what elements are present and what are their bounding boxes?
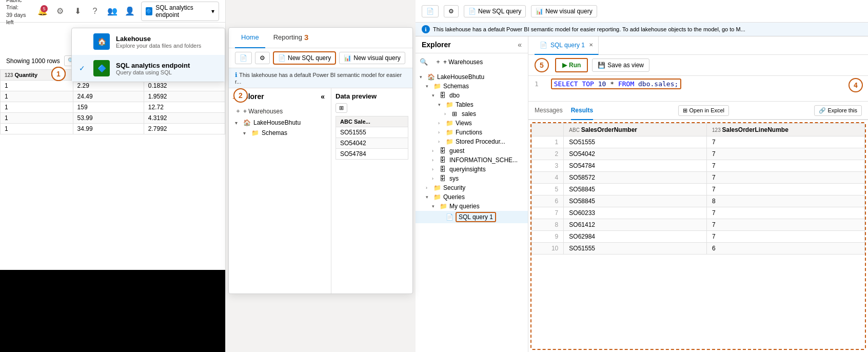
- order-num-cell: SO51555: [564, 136, 707, 148]
- endpoint-icon: 🔷: [146, 7, 152, 15]
- results-table-container[interactable]: ABC SalesOrderNumber 123 SalesOrderLineN…: [531, 123, 865, 349]
- right-new-visual-label: New visual query: [545, 8, 592, 15]
- preview-col-1: ABC Sale...: [336, 116, 408, 127]
- sql-main-area: 📄 SQL query 1 ✕ 5 ▶ Run 💾 Save as view: [528, 36, 868, 352]
- results-row: 3SO547847: [532, 160, 865, 172]
- right-collapse-icon[interactable]: «: [518, 41, 522, 49]
- table-row: 115912.72: [1, 102, 225, 113]
- endpoint-selector[interactable]: 🔷 SQL analytics endpoint ▾: [141, 2, 219, 21]
- right-tree-lakehouse[interactable]: ▾ 🏠 LakeHouseBhutu: [416, 72, 528, 82]
- help-icon[interactable]: ?: [89, 4, 101, 18]
- sql-code-highlighted: SELECT TOP 10 * FROM dbo.sales;: [551, 79, 682, 89]
- new-visual-label: New visual query: [353, 54, 400, 62]
- cell-taxamount: 1.9592: [144, 91, 225, 102]
- sql-query-tab-1[interactable]: 📄 SQL query 1 ✕: [535, 36, 599, 55]
- explore-this-btn[interactable]: 🔗 Explore this: [814, 105, 862, 116]
- right-tree-schemas[interactable]: ▾ 📁 Schemas: [416, 82, 528, 91]
- table-row: 153.994.3192: [1, 113, 225, 124]
- row-num-cell: 2: [532, 148, 564, 160]
- sql-tab-close-icon[interactable]: ✕: [589, 42, 593, 48]
- info-bar: ℹ This lakehouse has a default Power BI …: [229, 68, 412, 88]
- right-tree-tables[interactable]: ▾ 📁 Tables: [416, 100, 528, 109]
- right-tree-views[interactable]: › 📁 Views: [416, 119, 528, 128]
- row-num-cell: 6: [532, 195, 564, 207]
- r-my-queries-chevron: ▾: [432, 204, 438, 209]
- middle-content: Explorer « ＋ + Warehouses ▾ 🏠 LakeHouseB…: [229, 88, 412, 294]
- right-tree-queryinsights[interactable]: › 🗄 queryinsights: [416, 165, 528, 174]
- toolbar-doc-icon: 📄: [240, 54, 247, 62]
- middle-panel: Home Reporting 3 📄 ⚙ 📄 New SQL query 📊 N…: [226, 0, 416, 352]
- row-num-cell: 9: [532, 231, 564, 243]
- dropdown-sql-endpoint[interactable]: ✓ 🔷 SQL analytics endpoint Query data us…: [72, 55, 225, 82]
- right-doc-btn[interactable]: 📄: [422, 5, 439, 17]
- middle-tree-schemas[interactable]: ▾ 📁 Schemas: [229, 128, 331, 138]
- middle-collapse-icon[interactable]: «: [321, 92, 325, 101]
- right-warehouses-btn[interactable]: ＋ + Warehouses: [431, 55, 487, 68]
- table-row: 124.491.9592: [1, 91, 225, 102]
- data-preview-toolbar: ⊞: [336, 103, 408, 113]
- open-in-excel-btn[interactable]: ⊞ Open in Excel: [678, 105, 729, 116]
- right-tree-guest[interactable]: › 🗄 guest: [416, 146, 528, 155]
- order-num-cell: SO51555: [564, 243, 707, 255]
- user-avatar[interactable]: 👤: [124, 4, 136, 18]
- line-num-cell: 6: [707, 243, 865, 255]
- right-tree-stored-procedures[interactable]: › 📁 Stored Procedur...: [416, 137, 528, 146]
- right-tree-sql-query-1[interactable]: 📄 SQL query 1: [416, 211, 528, 223]
- sql-tab-icon: 📄: [540, 42, 547, 49]
- right-tree-queries[interactable]: ▾ 📁 Queries: [416, 192, 528, 202]
- run-button[interactable]: ▶ Run: [555, 58, 588, 72]
- new-sql-label: New SQL query: [288, 54, 331, 62]
- annotation-5: 5: [535, 58, 549, 72]
- r-info-schema-chevron: ›: [432, 158, 438, 163]
- right-visual-icon: 📊: [536, 8, 543, 15]
- row-num-cell: 1: [532, 136, 564, 148]
- toolbar-icon-btn[interactable]: 📄: [235, 52, 252, 64]
- results-row: 10SO515556: [532, 243, 865, 255]
- right-tree-sales[interactable]: › ⊞ sales: [416, 109, 528, 119]
- download-icon[interactable]: ⬇: [71, 4, 84, 18]
- right-new-visual-btn[interactable]: 📊 New visual query: [531, 5, 597, 17]
- new-visual-query-btn-middle[interactable]: 📊 New visual query: [339, 52, 405, 64]
- tab-reporting[interactable]: Reporting 3: [267, 28, 315, 48]
- right-top-bar: 📄 ⚙ 📄 New SQL query 📊 New visual query: [416, 0, 868, 23]
- notifications-icon[interactable]: 🔔 5: [36, 4, 49, 18]
- right-new-sql-btn[interactable]: 📄 New SQL query: [464, 5, 526, 17]
- settings-icon[interactable]: ⚙: [54, 4, 66, 18]
- middle-tree-lakehouse[interactable]: ▾ 🏠 LakeHouseBhutu: [229, 118, 331, 128]
- grid-view-btn[interactable]: ⊞: [336, 103, 347, 113]
- row-num-cell: 5: [532, 184, 564, 195]
- right-tree-sys[interactable]: › 🗄 sys: [416, 174, 528, 183]
- new-sql-icon: 📄: [278, 54, 286, 62]
- middle-warehouses-btn[interactable]: ＋ + Warehouses: [229, 105, 331, 118]
- save-icon: 💾: [598, 62, 605, 69]
- right-settings-btn[interactable]: ⚙: [444, 5, 459, 17]
- new-sql-query-btn-middle[interactable]: 📄 New SQL query: [273, 51, 336, 65]
- sql-editor[interactable]: 1 SELECT TOP 10 * FROM dbo.sales; 4: [528, 76, 868, 102]
- right-tree-my-queries[interactable]: ▾ 📁 My queries: [416, 202, 528, 211]
- toolbar-settings-btn[interactable]: ⚙: [255, 52, 270, 64]
- save-as-view-button[interactable]: 💾 Save as view: [592, 58, 649, 72]
- dropdown-lakehouse[interactable]: 🏠 Lakehouse Explore your data files and …: [72, 28, 225, 55]
- row-num-cell: 3: [532, 160, 564, 172]
- endpoint-label: SQL analytics endpoint: [155, 4, 208, 18]
- right-tree-dbo[interactable]: ▾ 🗄 dbo: [416, 91, 528, 100]
- people-icon[interactable]: 👥: [106, 4, 119, 18]
- tab-home[interactable]: Home: [235, 28, 265, 48]
- results-row: 4SO585727: [532, 172, 865, 184]
- r-queries-chevron: ▾: [426, 194, 432, 200]
- lakehouse-title: Lakehouse: [116, 35, 218, 43]
- right-tree-security[interactable]: › 📁 Security: [416, 183, 528, 192]
- lakehouse-chevron-icon: ▾: [235, 120, 241, 126]
- tab-results[interactable]: Results: [571, 102, 593, 120]
- cell-unitprice: 24.49: [73, 91, 144, 102]
- cell-unitprice: 159: [73, 102, 144, 113]
- right-tree-information-schema[interactable]: › 🗄 INFORMATION_SCHE...: [416, 155, 528, 165]
- line-num-cell: 7: [707, 207, 865, 219]
- order-num-cell: SO54042: [564, 148, 707, 160]
- right-search-icon[interactable]: 🔍: [420, 58, 428, 66]
- right-settings-icon: ⚙: [448, 8, 454, 15]
- middle-data-preview: Data preview ⊞ ABC Sale... SO51555 SO540…: [331, 88, 412, 294]
- right-tree-functions[interactable]: › 📁 Functions: [416, 128, 528, 137]
- r-sys-chevron: ›: [432, 176, 438, 181]
- tab-messages[interactable]: Messages: [535, 102, 563, 120]
